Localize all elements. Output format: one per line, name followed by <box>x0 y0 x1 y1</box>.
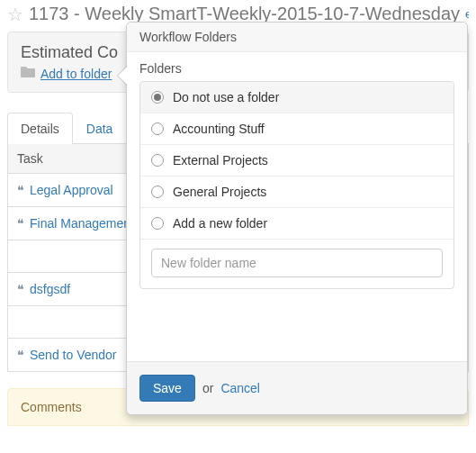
comment-icon: ❝ <box>17 348 24 362</box>
popover-title: Workflow Folders <box>127 23 467 52</box>
star-icon[interactable]: ☆ <box>7 5 23 23</box>
or-text: or <box>202 381 213 395</box>
folder-option-label: Add a new folder <box>173 216 267 231</box>
folder-option-accounting[interactable]: Accounting Stuff <box>140 113 454 145</box>
task-label: Legal Approval <box>30 183 113 197</box>
folder-option-general[interactable]: General Projects <box>140 177 454 208</box>
task-label: Final Management <box>30 216 134 231</box>
folders-label: Folders <box>139 61 454 76</box>
workflow-folders-popover: Workflow Folders Folders Do not use a fo… <box>126 22 468 415</box>
folder-option-label: External Projects <box>173 153 268 168</box>
tab-data[interactable]: Data <box>73 113 127 144</box>
edit-link[interactable]: edit <box>465 7 469 21</box>
task-label: Send to Vendor <box>30 348 117 362</box>
comment-icon: ❝ <box>17 216 24 231</box>
radio-icon <box>151 217 164 230</box>
folder-option-add-new[interactable]: Add a new folder <box>140 208 454 240</box>
task-label: dsfgsdf <box>30 282 70 296</box>
folder-option-label: Accounting Stuff <box>173 122 265 136</box>
radio-icon <box>151 91 164 104</box>
popover-footer: Save or Cancel <box>127 361 467 414</box>
cancel-link[interactable]: Cancel <box>220 381 260 395</box>
folder-option-label: Do not use a folder <box>173 90 279 104</box>
folder-icon <box>21 66 35 81</box>
save-button[interactable]: Save <box>139 375 195 402</box>
folder-option-none[interactable]: Do not use a folder <box>140 82 454 113</box>
radio-icon <box>151 122 164 135</box>
new-folder-input[interactable] <box>151 249 443 277</box>
comment-icon: ❝ <box>17 183 24 197</box>
radio-icon <box>151 186 164 198</box>
add-to-folder-link[interactable]: Add to folder <box>40 67 112 81</box>
comment-icon: ❝ <box>17 282 24 296</box>
radio-icon <box>151 154 164 167</box>
folder-option-label: General Projects <box>173 185 266 199</box>
folder-option-external[interactable]: External Projects <box>140 145 454 177</box>
folder-radio-list: Do not use a folder Accounting Stuff Ext… <box>139 81 454 289</box>
tab-details[interactable]: Details <box>7 113 73 144</box>
